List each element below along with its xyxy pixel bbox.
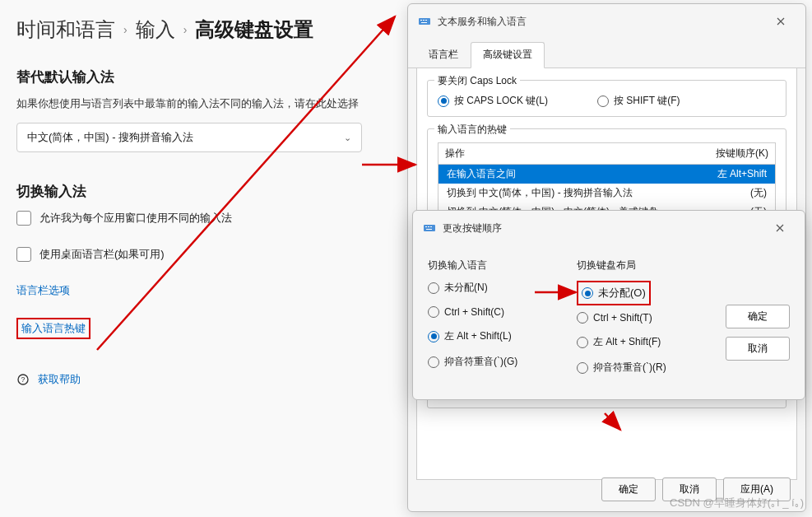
radio-icon <box>428 282 439 294</box>
breadcrumb-l1[interactable]: 时间和语言 <box>16 16 115 43</box>
tab-langbar[interactable]: 语言栏 <box>416 42 471 68</box>
radio-label: Ctrl + Shift(C) <box>444 306 504 318</box>
svg-rect-10 <box>430 226 432 227</box>
radio-grave-g[interactable]: 抑音符重音(`)(G) <box>428 355 565 369</box>
svg-rect-7 <box>424 225 435 231</box>
radio-none-n[interactable]: 未分配(N) <box>428 281 565 295</box>
tab-strip: 语言栏 高级键设置 <box>408 42 805 68</box>
radio-grave-r[interactable]: 抑音符重音(`)(R) <box>577 361 714 375</box>
hotkey-row[interactable]: 切换到 中文(简体，中国) - 搜狗拼音输入法 (无) <box>438 184 775 203</box>
group-label: 要关闭 Caps Lock <box>434 74 520 88</box>
radio-icon <box>577 312 588 324</box>
col-title: 切换输入语言 <box>428 258 565 272</box>
radio-label: 按 CAPS LOCK 键(L) <box>454 94 548 108</box>
keyboard-icon <box>423 221 436 235</box>
cancel-button[interactable]: 取消 <box>726 337 790 361</box>
override-title: 替代默认输入法 <box>16 68 387 86</box>
capslock-group: 要关闭 Caps Lock 按 CAPS LOCK 键(L) 按 SHIFT 键… <box>427 80 786 117</box>
ok-button[interactable]: 确定 <box>601 477 656 501</box>
svg-rect-9 <box>428 226 429 227</box>
breadcrumb-l2[interactable]: 输入 <box>136 16 175 43</box>
input-hotkey-highlight: 输入语言热键 <box>16 318 90 339</box>
checkbox-label: 使用桌面语言栏(如果可用) <box>39 247 165 262</box>
col-title: 切换键盘布局 <box>577 258 714 272</box>
dialog-titlebar[interactable]: 文本服务和输入语言 <box>408 4 805 39</box>
per-app-ime-checkbox[interactable]: 允许我为每个应用窗口使用不同的输入法 <box>16 211 387 226</box>
switch-input-lang-group: 切换输入语言 未分配(N) Ctrl + Shift(C) 左 Alt + Sh… <box>428 258 565 386</box>
switch-keyboard-layout-group: 切换键盘布局 未分配(O) Ctrl + Shift(T) 左 Alt + Sh… <box>577 258 714 386</box>
dialog-buttons: 确定 取消 <box>726 305 790 386</box>
svg-rect-8 <box>425 226 427 227</box>
checkbox-label: 允许我为每个应用窗口使用不同的输入法 <box>39 211 232 226</box>
switching-title: 切换输入法 <box>16 182 387 201</box>
watermark: CSDN @早睡身体好(｡ì _ í｡) <box>670 496 804 510</box>
input-hotkey-link[interactable]: 输入语言热键 <box>21 321 86 336</box>
col-action: 操作 <box>445 147 465 161</box>
radio-label: 左 Alt + Shift(F) <box>593 335 661 349</box>
radio-label: 抑音符重音(`)(G) <box>444 355 517 369</box>
desktop-langbar-checkbox[interactable]: 使用桌面语言栏(如果可用) <box>16 247 387 262</box>
close-icon <box>777 17 785 26</box>
langbar-options-link[interactable]: 语言栏选项 <box>16 283 387 298</box>
radio-none-o-highlight: 未分配(O) <box>577 281 651 305</box>
capslock-radio[interactable]: 按 CAPS LOCK 键(L) <box>438 94 548 108</box>
breadcrumb: 时间和语言 › 输入 › 高级键盘设置 <box>16 16 387 43</box>
radio-label: 抑音符重音(`)(R) <box>593 361 666 375</box>
close-button[interactable] <box>766 11 796 32</box>
radio-icon <box>428 356 439 368</box>
ok-button[interactable]: 确定 <box>726 305 790 328</box>
row-keys: (无) <box>750 186 767 200</box>
help-icon: ? <box>16 373 30 386</box>
hotkey-row-between[interactable]: 在输入语言之间 左 Alt+Shift <box>438 165 775 184</box>
svg-rect-11 <box>426 229 432 230</box>
radio-icon <box>597 95 609 107</box>
col-keys: 按键顺序(K) <box>716 147 768 161</box>
radio-icon <box>428 306 439 318</box>
radio-icon <box>582 287 593 299</box>
svg-rect-6 <box>421 22 427 23</box>
close-button[interactable] <box>765 217 795 239</box>
row-action: 切换到 中文(简体，中国) - 搜狗拼音输入法 <box>447 186 633 200</box>
dialog-title: 文本服务和输入语言 <box>438 15 759 29</box>
help-label: 获取帮助 <box>38 372 81 387</box>
chevron-down-icon: ⌄ <box>344 133 351 143</box>
radio-ctrl-c[interactable]: Ctrl + Shift(C) <box>428 306 565 318</box>
radio-alt-f[interactable]: 左 Alt + Shift(F) <box>577 335 714 349</box>
radio-icon <box>438 95 449 107</box>
group-label: 输入语言的热键 <box>434 123 510 137</box>
settings-panel: 时间和语言 › 输入 › 高级键盘设置 替代默认输入法 如果你想使用与语言列表中… <box>0 0 403 403</box>
shift-radio[interactable]: 按 SHIFT 键(F) <box>597 94 680 108</box>
close-icon <box>776 224 784 232</box>
default-ime-dropdown[interactable]: 中文(简体，中国) - 搜狗拼音输入法 ⌄ <box>16 123 362 152</box>
keyboard-icon <box>418 15 431 28</box>
page-title: 高级键盘设置 <box>195 16 313 43</box>
svg-rect-5 <box>425 20 427 21</box>
row-keys: 左 Alt+Shift <box>717 167 767 181</box>
checkbox-icon <box>16 211 31 226</box>
radio-alt-l[interactable]: 左 Alt + Shift(L) <box>428 329 565 343</box>
radio-icon <box>577 337 588 348</box>
dropdown-value: 中文(简体，中国) - 搜狗拼音输入法 <box>27 130 193 145</box>
radio-label: Ctrl + Shift(T) <box>593 312 652 324</box>
radio-label: 未分配(O) <box>598 286 646 300</box>
svg-rect-4 <box>423 20 425 21</box>
override-desc: 如果你想使用与语言列表中最靠前的输入法不同的输入法，请在此处选择 <box>16 96 387 111</box>
radio-icon <box>577 362 588 374</box>
svg-rect-3 <box>420 20 422 21</box>
radio-icon <box>428 331 439 342</box>
dialog-titlebar[interactable]: 更改按键顺序 <box>413 211 805 245</box>
dialog-body: 切换输入语言 未分配(N) Ctrl + Shift(C) 左 Alt + Sh… <box>413 245 805 399</box>
radio-ctrl-t[interactable]: Ctrl + Shift(T) <box>577 312 714 324</box>
list-header: 操作 按键顺序(K) <box>438 143 775 165</box>
dialog-title: 更改按键顺序 <box>443 221 759 235</box>
tab-advanced-keys[interactable]: 高级键设置 <box>471 42 545 68</box>
row-action: 在输入语言之间 <box>447 167 516 181</box>
change-key-sequence-dialog: 更改按键顺序 切换输入语言 未分配(N) Ctrl + Shift(C) 左 A… <box>412 210 805 400</box>
radio-label: 左 Alt + Shift(L) <box>444 329 512 343</box>
radio-label: 按 SHIFT 键(F) <box>614 94 680 108</box>
svg-text:?: ? <box>21 375 26 384</box>
chevron-right-icon: › <box>183 23 188 36</box>
radio-label: 未分配(N) <box>444 281 488 295</box>
svg-rect-2 <box>419 18 430 25</box>
get-help-link[interactable]: ? 获取帮助 <box>16 372 387 387</box>
